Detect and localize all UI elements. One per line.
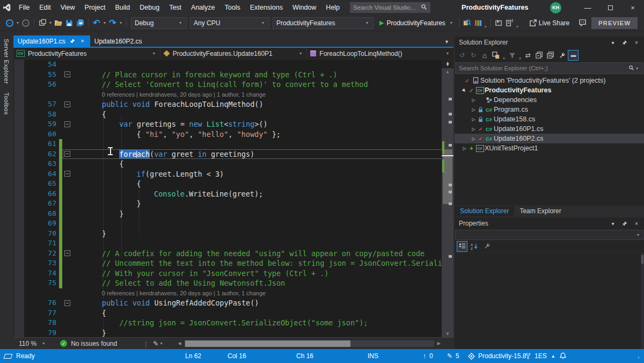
solution-explorer-header[interactable]: Solution Explorer ▾ × [455, 37, 644, 48]
navbar-member-dropdown[interactable]: ForeachLoopToLinqMethod() ▾ [306, 48, 453, 59]
vertical-scrollbar[interactable]: ▲▼ ▲ ▼ [442, 60, 453, 337]
background-tasks-icon[interactable] [4, 349, 12, 363]
code-line-71[interactable]: 71 [13, 238, 453, 249]
rail-tab-toolbox[interactable]: Toolbox [3, 88, 10, 119]
panel-tab-team-explorer[interactable]: Team Explorer [514, 206, 566, 216]
navigate-cursor-icon[interactable] [494, 17, 504, 29]
menu-edit[interactable]: Edit [34, 0, 56, 15]
menu-analyze[interactable]: Analyze [186, 0, 219, 15]
pencil-chevron-icon[interactable]: ▾ [158, 341, 164, 346]
maximize-button[interactable] [599, 0, 621, 15]
pin-icon[interactable] [69, 38, 76, 44]
copy-lines-icon[interactable] [504, 17, 515, 29]
code-line-68[interactable]: 68} [13, 209, 453, 219]
status-line[interactable]: Ln 62 [185, 349, 201, 363]
editor-tab-update160p1-cs[interactable]: Update160P1.cs× [13, 35, 90, 47]
rail-tab-server-explorer[interactable]: Server Explorer [3, 34, 10, 88]
code-line-58[interactable]: 58{ [13, 110, 453, 120]
home-icon[interactable]: ⌂ [479, 50, 490, 61]
horizontal-scrollbar[interactable]: ◀ ▶ [178, 340, 441, 347]
find-in-files-icon[interactable] [462, 17, 473, 29]
pushes-indicator[interactable]: ↑ 0 [423, 349, 433, 363]
chevron-down-icon[interactable]: ▾ [610, 40, 616, 46]
code-line-70[interactable]: 70} [13, 229, 453, 239]
pencil-icon[interactable]: ✎ [153, 340, 158, 347]
tree-item-dependencies[interactable]: ▷Dependencies [455, 95, 644, 105]
feedback-icon[interactable] [577, 17, 588, 29]
configurations-icon[interactable] [473, 17, 484, 29]
solution-explorer-search-input[interactable]: Search Solution Explorer (Ctrl+;) ▾ [455, 62, 643, 74]
navbar-type-dropdown[interactable]: ProductivityFeatures.Update160P1 ▾ [160, 48, 307, 59]
tree-item-update158-cs[interactable]: ▷C#Update158.cs [455, 114, 644, 124]
collapse-arrow-icon[interactable]: ▶ [461, 88, 468, 93]
menu-test[interactable]: Test [164, 0, 186, 15]
zoom-level-dropdown[interactable]: 110 % [19, 340, 36, 347]
startup-project-dropdown[interactable]: ProductivityFeatures▾ [273, 17, 374, 29]
solution-configuration-dropdown[interactable]: Debug▾ [131, 17, 187, 29]
user-avatar[interactable]: KH [550, 2, 561, 13]
redo-chevron-icon[interactable]: ▾ [118, 20, 123, 25]
code-line-78[interactable]: 78//string json = JsonConvert.SerializeO… [13, 318, 453, 328]
code-line-73[interactable]: 73// Uncomment the text into the method … [13, 258, 453, 268]
code-line-54[interactable]: 54 [13, 60, 453, 70]
code-line-69[interactable]: 69 [13, 219, 453, 229]
code-line-59[interactable]: 59−var greetings = new List<string>() [13, 119, 453, 129]
pin-icon[interactable] [621, 40, 628, 46]
code-line-72[interactable]: 72−// A codefix for adding the needed "u… [13, 249, 453, 259]
lines-chevron-icon[interactable]: ▾ [515, 25, 519, 31]
menu-debug[interactable]: Debug [135, 0, 164, 15]
menu-build[interactable]: Build [110, 0, 135, 15]
solution-platform-dropdown[interactable]: Any CPU▾ [190, 17, 269, 29]
code-line-75[interactable]: 75// Select to add the Using Newtonsoft.… [13, 278, 453, 288]
status-insert-mode[interactable]: INS [368, 349, 378, 363]
code-editor[interactable]: 5455−// Place cursor in foreach keyword … [13, 60, 453, 337]
sync-with-active-document-icon[interactable]: ⇄ [523, 50, 533, 61]
panel-tab-solution-explorer[interactable]: Solution Explorer [455, 206, 514, 216]
status-character[interactable]: Ch 16 [296, 349, 313, 363]
back-icon[interactable]: ↺ [457, 50, 467, 61]
menu-file[interactable]: File [14, 0, 34, 15]
scroll-right-arrow-icon[interactable]: ▶ [434, 341, 441, 346]
close-icon[interactable]: × [79, 38, 86, 44]
undo-icon[interactable]: ↶ [91, 17, 102, 29]
code-line-55[interactable]: 55−// Place cursor in foreach keyword an… [13, 70, 453, 80]
navbar-project-dropdown[interactable]: C# ProductivityFeatures ▾ [13, 48, 160, 59]
sort-alphabetical-icon[interactable]: AZ [469, 241, 480, 252]
scroll-left-arrow-icon[interactable]: ◀ [178, 341, 184, 346]
properties-header[interactable]: Properties ▾ × [455, 217, 644, 229]
code-line-61[interactable]: 61 [13, 139, 453, 149]
repository-indicator[interactable]: Productivity-15.8 [468, 349, 526, 363]
tree-item-update160p1-cs[interactable]: ▷✓C#Update160P1.cs [455, 124, 644, 134]
scrollbar-thumb[interactable] [443, 149, 452, 204]
code-line-60[interactable]: 60{ "hi", "yo", "hello", "howdy" }; [13, 129, 453, 140]
switch-views-icon[interactable] [491, 50, 501, 61]
code-line-64[interactable]: 64−if(greet.Length < 3) [13, 169, 453, 179]
undo-chevron-icon[interactable]: ▾ [102, 20, 107, 25]
code-line-56[interactable]: 56// Select 'Convert to Linq(call form)'… [13, 79, 453, 90]
codelens-row[interactable]: 0 references | kendrahavens, 20 days ago… [13, 288, 453, 299]
expand-arrow-icon[interactable]: ▷ [470, 117, 477, 122]
scrollbar-thumb[interactable] [185, 340, 350, 347]
switch-views-chevron-icon[interactable]: ▾ [502, 56, 506, 62]
search-chevron-icon[interactable]: ▾ [634, 66, 640, 71]
zoom-chevron-icon[interactable]: ▾ [41, 341, 46, 346]
live-share-button[interactable]: Live Share [528, 17, 569, 29]
expand-arrow-icon[interactable]: ▷ [461, 146, 468, 151]
forward-icon[interactable]: ↻ [468, 50, 479, 61]
properties-wrench-icon[interactable] [557, 50, 567, 61]
collapse-all-icon[interactable] [534, 50, 545, 61]
preview-button[interactable]: PREVIEW [591, 17, 638, 29]
save-icon[interactable] [64, 17, 75, 29]
show-all-files-icon[interactable] [568, 50, 579, 61]
navigate-forward-icon[interactable]: → [20, 17, 31, 29]
tree-item-xunittestproject1[interactable]: ▷+C#XUnitTestProject1 [455, 143, 644, 153]
split-editor-handle[interactable]: ▲▼ [442, 60, 453, 68]
status-column[interactable]: Col 16 [228, 349, 246, 363]
branch-indicator[interactable]: 1ES ▲ [525, 349, 555, 363]
minimize-button[interactable]: — [576, 0, 599, 15]
navigate-back-chevron-icon[interactable]: ▾ [15, 20, 20, 25]
open-folder-icon[interactable] [53, 17, 64, 29]
code-line-77[interactable]: 77{ [13, 308, 453, 318]
navigate-back-icon[interactable]: ← [4, 17, 15, 29]
new-project-icon[interactable] [37, 17, 48, 29]
